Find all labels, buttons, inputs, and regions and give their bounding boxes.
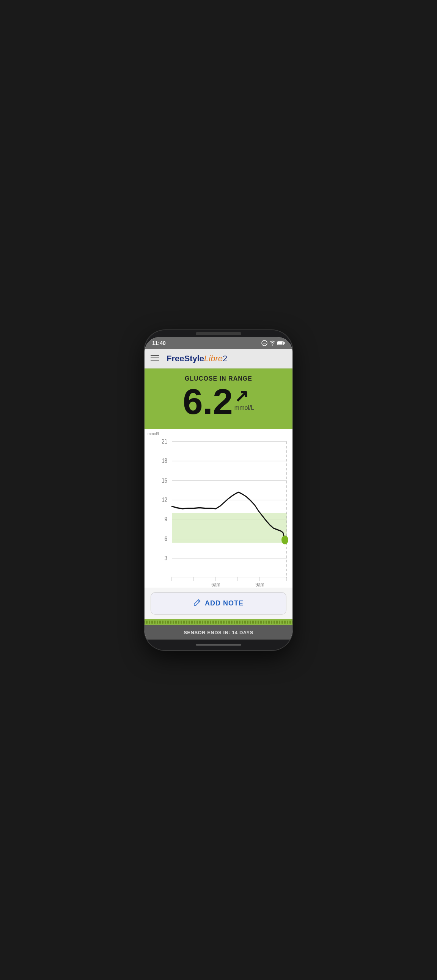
sensor-dot <box>152 620 153 624</box>
sensor-dot <box>167 620 169 624</box>
logo-freestyle: FreeStyle <box>166 354 204 364</box>
sensor-strip <box>145 619 292 625</box>
sensor-dot <box>183 620 185 624</box>
sensor-dot <box>276 620 278 624</box>
hamburger-icon[interactable] <box>151 354 159 363</box>
sensor-dot <box>207 620 209 624</box>
svg-text:6am: 6am <box>211 581 220 587</box>
sensor-dot <box>239 620 241 624</box>
battery-icon <box>277 341 285 345</box>
sensor-dot <box>218 620 219 624</box>
logo-2: 2 <box>223 354 227 364</box>
sensor-dot <box>220 620 222 624</box>
logo-libre: Libre <box>204 354 223 364</box>
status-icons <box>262 340 285 346</box>
sensor-dot <box>247 620 249 624</box>
bottom-section: ADD NOTE <box>145 588 292 619</box>
chart-container: mmol/L 21 18 15 12 <box>145 429 292 588</box>
sensor-dot <box>172 620 174 624</box>
minus-circle-icon <box>262 340 268 346</box>
svg-text:3: 3 <box>164 554 167 562</box>
sensor-dot <box>159 620 161 624</box>
sensor-dot <box>204 620 206 624</box>
sensor-dot <box>284 620 285 624</box>
svg-text:18: 18 <box>162 457 167 464</box>
sensor-dot <box>178 620 179 624</box>
sensor-dot <box>252 620 254 624</box>
sensor-dot <box>250 620 251 624</box>
sensor-dot <box>145 620 145 624</box>
sensor-dot <box>186 620 187 624</box>
sensor-dot <box>188 620 190 624</box>
sensor-dot <box>287 620 288 624</box>
sensor-dot <box>271 620 273 624</box>
sensor-dot <box>258 620 259 624</box>
sensor-dot <box>273 620 275 624</box>
home-indicator <box>145 640 292 650</box>
sensor-dots <box>145 620 292 624</box>
notch-bar <box>145 330 292 337</box>
home-bar <box>196 644 241 646</box>
sensor-dot <box>263 620 265 624</box>
glucose-arrow-unit: ↗ mmol/L <box>234 383 254 411</box>
sensor-dot <box>236 620 238 624</box>
glucose-value-row: 6.2 ↗ mmol/L <box>151 383 286 420</box>
sensor-dot <box>255 620 257 624</box>
sensor-dot <box>149 620 150 624</box>
sensor-dot <box>170 620 171 624</box>
sensor-dot <box>146 620 148 624</box>
sensor-dot <box>268 620 270 624</box>
sensor-dot <box>266 620 267 624</box>
sensor-dot <box>292 620 292 624</box>
glucose-arrow: ↗ <box>234 387 249 404</box>
chart-y-label: mmol/L <box>148 432 160 436</box>
app-logo: FreeStyle Libre 2 <box>166 354 227 364</box>
svg-text:6: 6 <box>164 535 167 542</box>
sensor-dot <box>162 620 164 624</box>
sensor-dot <box>281 620 283 624</box>
sensor-dot <box>226 620 227 624</box>
sensor-dot <box>196 620 198 624</box>
app-header: FreeStyle Libre 2 <box>145 349 292 369</box>
sensor-dot <box>215 620 217 624</box>
sensor-dot <box>154 620 156 624</box>
sensor-dot <box>175 620 177 624</box>
sensor-dot <box>164 620 166 624</box>
svg-text:9: 9 <box>164 515 167 522</box>
svg-rect-4 <box>278 342 282 344</box>
phone-frame: 11:40 <box>145 330 292 650</box>
svg-rect-3 <box>284 342 285 344</box>
svg-text:9am: 9am <box>255 581 264 587</box>
sensor-dot <box>180 620 182 624</box>
sensor-dot <box>212 620 214 624</box>
sensor-dot <box>199 620 201 624</box>
wifi-icon <box>270 340 275 346</box>
svg-text:21: 21 <box>162 438 167 445</box>
sensor-dot <box>191 620 193 624</box>
svg-text:12: 12 <box>162 496 167 503</box>
status-time: 11:40 <box>152 340 166 346</box>
pencil-icon <box>193 599 201 608</box>
notch <box>196 332 241 335</box>
phone-screen: 11:40 <box>145 337 292 640</box>
add-note-label: ADD NOTE <box>205 599 244 607</box>
sensor-dot <box>260 620 262 624</box>
svg-rect-23 <box>172 513 287 542</box>
glucose-banner: GLUCOSE IN RANGE 6.2 ↗ mmol/L <box>145 369 292 429</box>
sensor-dot <box>157 620 158 624</box>
sensor-dot <box>228 620 230 624</box>
add-note-button[interactable]: ADD NOTE <box>151 592 286 614</box>
glucose-label: GLUCOSE IN RANGE <box>151 375 286 382</box>
sensor-dot <box>202 620 203 624</box>
sensor-footer-text: SENSOR ENDS IN: 14 DAYS <box>183 630 254 635</box>
sensor-dot <box>244 620 246 624</box>
sensor-dot <box>194 620 195 624</box>
svg-text:15: 15 <box>162 476 167 484</box>
glucose-chart: 21 18 15 12 9 6 3 <box>145 432 292 588</box>
sensor-dot <box>234 620 235 624</box>
glucose-number: 6.2 <box>183 383 233 420</box>
status-bar: 11:40 <box>145 337 292 349</box>
sensor-dot <box>231 620 233 624</box>
current-glucose-dot <box>281 535 288 544</box>
sensor-footer: SENSOR ENDS IN: 14 DAYS <box>145 625 292 640</box>
